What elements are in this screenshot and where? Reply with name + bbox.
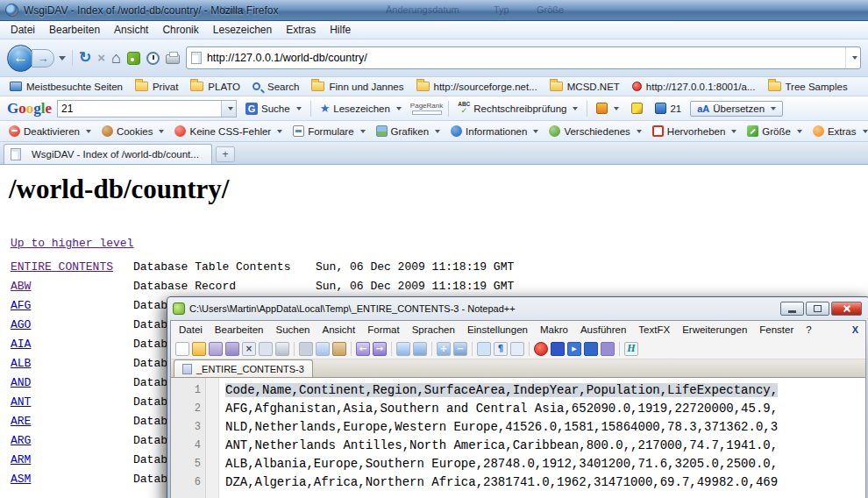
npp-document-tab[interactable]: _ENTIRE_CONTENTS-3	[174, 359, 313, 377]
dir-entry-link[interactable]: ABW	[11, 280, 31, 293]
webdev-item[interactable]: Deaktivieren	[4, 125, 96, 137]
bookmark-item[interactable]: http://127.0.0.1:8001/a...	[627, 80, 761, 94]
indent-guide-icon[interactable]	[510, 342, 524, 356]
dir-entry-link[interactable]: AND	[11, 376, 31, 389]
dropdown-caret-icon[interactable]	[771, 107, 776, 110]
tab-wsgidav[interactable]: WsgiDAV - Index of /world-db/count...	[4, 144, 212, 164]
close-button[interactable]	[831, 302, 862, 316]
show-all-chars-icon[interactable]: ¶	[494, 342, 508, 356]
dir-entry-link[interactable]: AFG	[11, 299, 31, 312]
npp-menu-item[interactable]: Ausführen	[574, 323, 632, 337]
bookmark-item[interactable]: Tree Samples	[763, 80, 853, 94]
npp-menu-item[interactable]: Erweiterungen	[676, 323, 753, 337]
dropdown-caret-icon[interactable]	[296, 107, 302, 110]
npp-menu-item[interactable]: Sprachen	[406, 323, 461, 337]
bookmark-item[interactable]: Finn und Jannes	[306, 80, 409, 94]
npp-menu-item[interactable]: Einstellungen	[461, 323, 534, 337]
npp-menu-item[interactable]: Format	[361, 323, 405, 337]
dropdown-caret-icon[interactable]	[573, 107, 578, 110]
forward-button[interactable]: →	[32, 49, 54, 68]
npp-titlebar[interactable]: C:\Users\Martin\AppData\Local\Temp\_ENTI…	[169, 299, 867, 318]
search-dropdown-button[interactable]	[221, 101, 236, 117]
word-wrap-icon[interactable]	[477, 342, 491, 356]
npp-editor[interactable]: 123456 Code,Name,Continent,Region,Surfac…	[171, 378, 865, 498]
npp-menu-item[interactable]: ?	[800, 323, 817, 337]
pagerank-indicator[interactable]: PageRank	[410, 102, 443, 115]
highlight-button[interactable]: 21	[651, 101, 685, 116]
print-icon[interactable]	[275, 342, 289, 356]
npp-menu-item[interactable]: Fenster	[753, 323, 800, 337]
webdev-item[interactable]: Grafiken	[371, 125, 445, 137]
close-file-icon[interactable]: ×	[242, 342, 256, 356]
bookmark-item[interactable]: MCSD.NET	[544, 80, 625, 94]
undo-icon[interactable]: ←	[356, 342, 370, 356]
cut-icon[interactable]	[299, 342, 313, 356]
google-bookmarks-button[interactable]: ★ Lesezeichen	[317, 101, 405, 116]
find-icon[interactable]	[396, 342, 410, 356]
stop-button[interactable]: ×	[97, 49, 105, 67]
refresh-button[interactable]: ↻	[79, 49, 91, 67]
npp-menu-close-button[interactable]: X	[852, 324, 858, 335]
play-macro-icon[interactable]: ▶	[567, 342, 581, 356]
npp-menu-item[interactable]: Datei	[173, 323, 209, 337]
home-button[interactable]: ⌂	[111, 49, 121, 67]
dir-entry-link[interactable]: ENTIRE CONTENTS	[11, 260, 113, 274]
save-all-icon[interactable]	[225, 342, 239, 356]
webdev-item[interactable]: Größe	[742, 125, 808, 137]
webdev-item[interactable]: Hervorheben	[647, 125, 742, 137]
webdev-item[interactable]: Verschiedenes	[544, 125, 646, 137]
bookmark-item[interactable]: Privat	[130, 80, 183, 94]
history-icon[interactable]	[146, 52, 160, 65]
back-button[interactable]: ←	[7, 45, 34, 72]
dir-entry-link[interactable]: ARG	[11, 434, 31, 447]
dir-entry-link[interactable]: AIA	[11, 338, 31, 351]
dir-entry-link[interactable]: ASM	[11, 473, 31, 486]
up-to-higher-level-link[interactable]: Up to higher level	[11, 237, 133, 250]
paste-icon[interactable]	[332, 342, 346, 356]
autofill-button[interactable]	[628, 101, 646, 116]
html-preview-icon[interactable]: H	[624, 342, 638, 356]
menu-item[interactable]: Hilfe	[323, 22, 358, 38]
google-extras-button[interactable]	[593, 101, 623, 116]
new-file-icon[interactable]	[175, 342, 189, 356]
translate-button[interactable]: aA Übersetzen	[690, 101, 783, 117]
dir-entry-link[interactable]: ARM	[11, 453, 31, 466]
menu-item[interactable]: Extras	[279, 22, 323, 38]
webdev-item[interactable]: Keine CSS-Fehler	[169, 125, 288, 137]
bookmark-item[interactable]: Meistbesuchte Seiten	[4, 80, 128, 94]
dropdown-caret-icon[interactable]	[396, 107, 402, 110]
run-macro-multiple-icon[interactable]	[584, 342, 598, 356]
url-dropdown-button[interactable]	[845, 47, 860, 68]
new-tab-button[interactable]: +	[216, 146, 235, 162]
webdev-item[interactable]: Informationen	[445, 125, 544, 137]
dir-entry-link[interactable]: ARE	[11, 415, 31, 428]
minimize-button[interactable]	[780, 302, 804, 316]
url-input[interactable]: http://127.0.0.1/world-db/country/	[186, 46, 861, 69]
open-file-icon[interactable]	[192, 342, 206, 356]
close-all-icon[interactable]	[259, 342, 273, 356]
history-dropdown-caret-icon[interactable]	[59, 56, 66, 60]
google-search-box[interactable]	[57, 100, 237, 117]
copy-icon[interactable]	[316, 342, 330, 356]
dir-entry-link[interactable]: ANT	[11, 395, 31, 409]
save-macro-icon[interactable]	[601, 342, 615, 356]
record-macro-icon[interactable]	[534, 342, 548, 356]
menu-item[interactable]: Ansicht	[107, 22, 155, 38]
stop-macro-icon[interactable]	[551, 342, 565, 356]
dropdown-caret-icon[interactable]	[614, 107, 619, 110]
redo-icon[interactable]: →	[373, 342, 387, 356]
zoom-out-icon[interactable]: −	[453, 342, 467, 356]
menu-item[interactable]: Datei	[4, 22, 42, 38]
zoom-in-icon[interactable]: +	[437, 342, 451, 356]
bookmark-item[interactable]: PLATO	[185, 80, 245, 94]
save-file-icon[interactable]	[209, 342, 223, 356]
bookmark-item[interactable]: Search	[247, 80, 304, 94]
maximize-button[interactable]	[806, 302, 829, 316]
bookmark-item[interactable]: http://sourceforge.net...	[411, 80, 543, 94]
npp-menu-item[interactable]: Suchen	[269, 323, 316, 337]
spellcheck-button[interactable]: ABC✓ Rechtschreibprüfung	[454, 100, 581, 117]
print-icon[interactable]	[166, 54, 180, 64]
npp-menu-item[interactable]: TextFX	[632, 323, 676, 337]
npp-menu-item[interactable]: Ansicht	[317, 323, 362, 337]
dir-entry-link[interactable]: ALB	[11, 357, 31, 370]
